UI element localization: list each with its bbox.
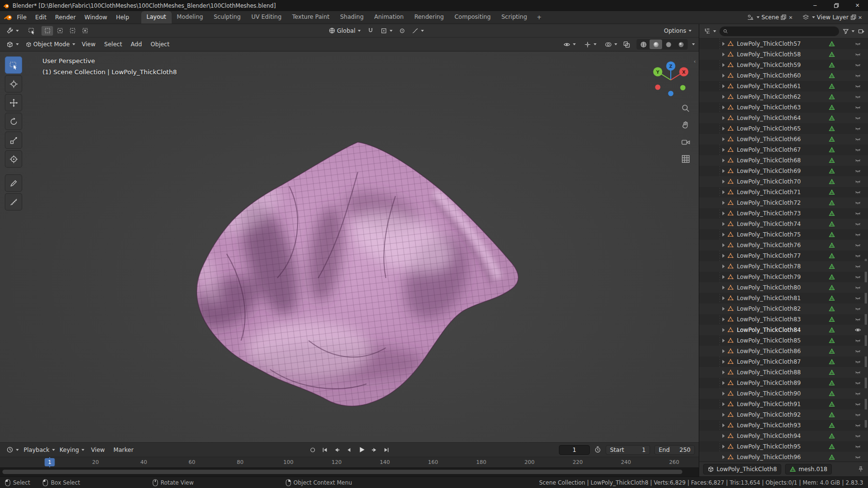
hide-eye-icon[interactable] — [854, 221, 861, 227]
menu-playback[interactable]: Playback — [21, 446, 57, 454]
hide-eye-icon[interactable] — [854, 411, 861, 418]
hide-eye-icon[interactable] — [854, 263, 861, 270]
hide-eye-icon[interactable] — [854, 72, 861, 79]
outliner-item-label[interactable]: LowPoly_ThickCloth64 — [737, 115, 826, 121]
outliner-item-label[interactable]: LowPoly_ThickCloth72 — [737, 199, 826, 206]
workspace-tab-modeling[interactable]: Modeling — [172, 11, 209, 24]
outliner-item[interactable]: LowPoly_ThickCloth88 — [699, 367, 868, 378]
workspace-tab-uv-editing[interactable]: UV Editing — [246, 11, 287, 24]
disclosure-arrow-icon[interactable] — [722, 455, 725, 459]
outliner-item[interactable]: LowPoly_ThickCloth67 — [699, 145, 868, 155]
disclosure-arrow-icon[interactable] — [722, 286, 725, 290]
outliner-item-label[interactable]: LowPoly_ThickCloth59 — [737, 62, 826, 68]
disclosure-arrow-icon[interactable] — [722, 423, 725, 427]
select-mode-set-button[interactable] — [41, 26, 53, 36]
object-visibility-dropdown[interactable] — [561, 40, 578, 49]
mode-dropdown[interactable]: Object Mode — [23, 40, 78, 49]
outliner-item-label[interactable]: LowPoly_ThickCloth67 — [737, 146, 826, 153]
outliner-item[interactable]: LowPoly_ThickCloth61 — [699, 81, 868, 92]
outliner-item-label[interactable]: LowPoly_ThickCloth80 — [737, 284, 826, 291]
editor-type-3d-viewport[interactable] — [4, 40, 21, 49]
hide-eye-icon[interactable] — [854, 443, 861, 450]
toggle-xray-icon[interactable] — [623, 41, 630, 48]
search-input[interactable] — [731, 28, 836, 35]
hide-eye-icon[interactable] — [854, 274, 861, 280]
play-reverse-icon[interactable] — [345, 447, 352, 453]
outliner-item-label[interactable]: LowPoly_ThickCloth76 — [737, 242, 826, 249]
outliner-item-label[interactable]: LowPoly_ThickCloth61 — [737, 83, 826, 90]
disclosure-arrow-icon[interactable] — [722, 63, 725, 67]
hide-eye-icon[interactable] — [854, 252, 861, 259]
outliner-item[interactable]: LowPoly_ThickCloth65 — [699, 123, 868, 134]
outliner-item-label[interactable]: LowPoly_ThickCloth95 — [737, 443, 826, 450]
outliner-item-label[interactable]: LowPoly_ThickCloth93 — [737, 422, 826, 429]
outliner-item[interactable]: LowPoly_ThickCloth70 — [699, 176, 868, 187]
disclosure-arrow-icon[interactable] — [722, 402, 725, 406]
disclosure-arrow-icon[interactable] — [722, 445, 725, 448]
hide-eye-icon[interactable] — [854, 433, 861, 439]
tool-move[interactable] — [5, 94, 22, 111]
current-frame-field[interactable]: 1 — [559, 445, 590, 455]
select-mode-subtract-button[interactable] — [67, 26, 78, 36]
tool-annotate[interactable] — [5, 174, 22, 192]
timeline-ruler[interactable]: 1 20406080100120140160180200220240260 — [0, 457, 699, 467]
hide-eye-icon[interactable] — [854, 115, 861, 121]
disclosure-arrow-icon[interactable] — [722, 42, 725, 46]
view-layer-name[interactable]: View Layer — [817, 14, 849, 21]
scene-name[interactable]: Scene — [761, 14, 779, 21]
select-mode-intersect-button[interactable] — [79, 26, 91, 36]
outliner-item[interactable]: LowPoly_ThickCloth82 — [699, 303, 868, 314]
outliner-item-label[interactable]: LowPoly_ThickCloth92 — [737, 411, 826, 418]
hide-eye-icon[interactable] — [854, 189, 861, 196]
menu-keying[interactable]: Keying — [57, 446, 87, 454]
new-scene-icon[interactable] — [781, 14, 787, 20]
disclosure-arrow-icon[interactable] — [722, 127, 725, 131]
hide-eye-icon[interactable] — [854, 40, 861, 47]
disclosure-arrow-icon[interactable] — [722, 74, 725, 78]
menu-view[interactable]: View — [78, 38, 100, 51]
outliner-item[interactable]: LowPoly_ThickCloth64 — [699, 113, 868, 123]
disclosure-arrow-icon[interactable] — [722, 434, 725, 438]
outliner-item[interactable]: LowPoly_ThickCloth83 — [699, 314, 868, 325]
outliner-item-label[interactable]: LowPoly_ThickCloth66 — [737, 136, 826, 143]
outliner-item-label[interactable]: LowPoly_ThickCloth62 — [737, 93, 826, 100]
snap-magnet-icon[interactable] — [367, 27, 374, 34]
disclosure-arrow-icon[interactable] — [722, 328, 725, 332]
outliner-item[interactable]: LowPoly_ThickCloth60 — [699, 70, 868, 81]
hide-eye-icon[interactable] — [854, 93, 861, 100]
outliner-item[interactable]: LowPoly_ThickCloth91 — [699, 399, 868, 409]
perspective-grid-icon[interactable] — [681, 154, 691, 164]
disclosure-arrow-icon[interactable] — [722, 95, 725, 99]
current-frame-badge[interactable]: 1 — [45, 458, 55, 466]
tool-rotate[interactable] — [5, 113, 22, 130]
disclosure-arrow-icon[interactable] — [722, 222, 725, 226]
hide-eye-icon[interactable] — [854, 62, 861, 68]
close-button[interactable]: ✕ — [847, 0, 868, 11]
snap-settings-dropdown[interactable] — [378, 26, 395, 35]
jump-to-start-icon[interactable] — [321, 447, 328, 453]
outliner-item[interactable]: LowPoly_ThickCloth73 — [699, 208, 868, 219]
outliner-item[interactable]: LowPoly_ThickCloth96 — [699, 452, 868, 462]
outliner-item-label[interactable]: LowPoly_ThickCloth79 — [737, 274, 826, 280]
hide-eye-icon[interactable] — [854, 104, 861, 111]
filter-dropdown[interactable] — [841, 27, 855, 36]
outliner-item-label[interactable]: LowPoly_ThickCloth84 — [737, 327, 826, 333]
disclosure-arrow-icon[interactable] — [722, 370, 725, 374]
outliner-item[interactable]: LowPoly_ThickCloth81 — [699, 293, 868, 303]
hide-eye-icon[interactable] — [854, 316, 861, 323]
disclosure-arrow-icon[interactable] — [722, 190, 725, 194]
outliner-item-label[interactable]: LowPoly_ThickCloth75 — [737, 231, 826, 238]
shading-solid-button[interactable] — [650, 40, 662, 49]
disclosure-arrow-icon[interactable] — [722, 116, 725, 120]
hide-eye-icon[interactable] — [854, 369, 861, 376]
disclosure-arrow-icon[interactable] — [722, 392, 725, 396]
disclosure-arrow-icon[interactable] — [722, 360, 725, 364]
outliner-item-label[interactable]: LowPoly_ThickCloth77 — [737, 252, 826, 259]
disclosure-arrow-icon[interactable] — [722, 148, 725, 152]
shading-wireframe-button[interactable] — [637, 40, 650, 49]
outliner-item[interactable]: LowPoly_ThickCloth87 — [699, 356, 868, 367]
disclosure-arrow-icon[interactable] — [722, 254, 725, 258]
outliner-item-label[interactable]: LowPoly_ThickCloth91 — [737, 401, 826, 408]
cloth-mesh-object[interactable] — [0, 52, 699, 442]
outliner-search[interactable] — [719, 26, 839, 36]
